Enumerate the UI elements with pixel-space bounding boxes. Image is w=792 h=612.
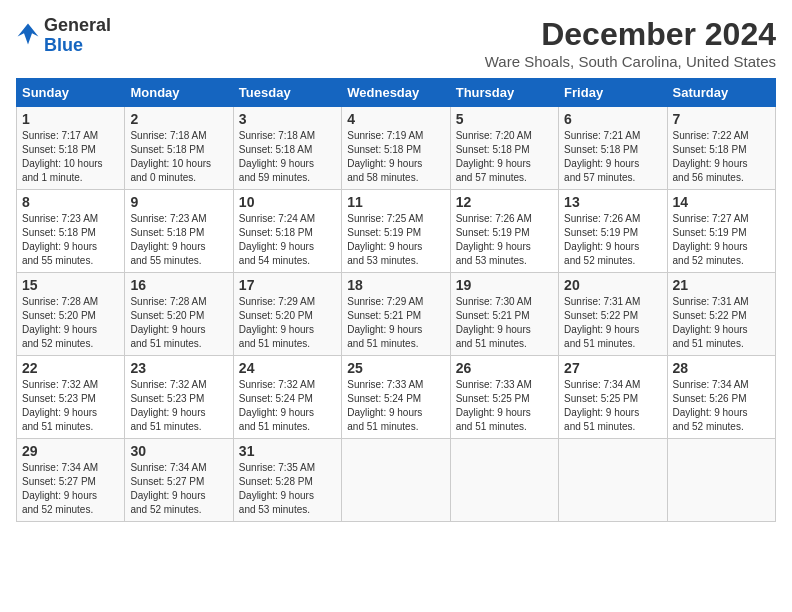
day-info: Sunrise: 7:31 AM Sunset: 5:22 PM Dayligh… [564, 295, 661, 351]
day-info: Sunrise: 7:26 AM Sunset: 5:19 PM Dayligh… [456, 212, 553, 268]
calendar-cell: 7Sunrise: 7:22 AM Sunset: 5:18 PM Daylig… [667, 107, 775, 190]
logo-blue-text: Blue [44, 35, 83, 55]
day-number: 13 [564, 194, 661, 210]
day-number: 23 [130, 360, 227, 376]
month-title: December 2024 [485, 16, 776, 53]
day-number: 20 [564, 277, 661, 293]
day-number: 19 [456, 277, 553, 293]
day-info: Sunrise: 7:34 AM Sunset: 5:25 PM Dayligh… [564, 378, 661, 434]
calendar-cell: 12Sunrise: 7:26 AM Sunset: 5:19 PM Dayli… [450, 190, 558, 273]
day-number: 30 [130, 443, 227, 459]
day-info: Sunrise: 7:19 AM Sunset: 5:18 PM Dayligh… [347, 129, 444, 185]
calendar-table: SundayMondayTuesdayWednesdayThursdayFrid… [16, 78, 776, 522]
weekday-header: Sunday [17, 79, 125, 107]
calendar-cell: 27Sunrise: 7:34 AM Sunset: 5:25 PM Dayli… [559, 356, 667, 439]
day-info: Sunrise: 7:29 AM Sunset: 5:20 PM Dayligh… [239, 295, 336, 351]
day-number: 15 [22, 277, 119, 293]
day-info: Sunrise: 7:18 AM Sunset: 5:18 PM Dayligh… [130, 129, 227, 185]
calendar-cell: 22Sunrise: 7:32 AM Sunset: 5:23 PM Dayli… [17, 356, 125, 439]
day-info: Sunrise: 7:20 AM Sunset: 5:18 PM Dayligh… [456, 129, 553, 185]
calendar-cell: 13Sunrise: 7:26 AM Sunset: 5:19 PM Dayli… [559, 190, 667, 273]
calendar-cell: 28Sunrise: 7:34 AM Sunset: 5:26 PM Dayli… [667, 356, 775, 439]
logo: General Blue [16, 16, 111, 56]
day-info: Sunrise: 7:33 AM Sunset: 5:25 PM Dayligh… [456, 378, 553, 434]
day-number: 11 [347, 194, 444, 210]
day-number: 3 [239, 111, 336, 127]
logo-icon [16, 22, 40, 50]
day-info: Sunrise: 7:27 AM Sunset: 5:19 PM Dayligh… [673, 212, 770, 268]
calendar-cell [342, 439, 450, 522]
day-number: 29 [22, 443, 119, 459]
calendar-cell: 6Sunrise: 7:21 AM Sunset: 5:18 PM Daylig… [559, 107, 667, 190]
title-area: December 2024 Ware Shoals, South Carolin… [485, 16, 776, 70]
day-number: 21 [673, 277, 770, 293]
weekday-header: Thursday [450, 79, 558, 107]
day-number: 14 [673, 194, 770, 210]
calendar-cell: 21Sunrise: 7:31 AM Sunset: 5:22 PM Dayli… [667, 273, 775, 356]
calendar-cell: 11Sunrise: 7:25 AM Sunset: 5:19 PM Dayli… [342, 190, 450, 273]
calendar-cell [450, 439, 558, 522]
day-number: 16 [130, 277, 227, 293]
day-number: 6 [564, 111, 661, 127]
calendar-cell: 9Sunrise: 7:23 AM Sunset: 5:18 PM Daylig… [125, 190, 233, 273]
day-info: Sunrise: 7:28 AM Sunset: 5:20 PM Dayligh… [22, 295, 119, 351]
day-info: Sunrise: 7:18 AM Sunset: 5:18 AM Dayligh… [239, 129, 336, 185]
day-info: Sunrise: 7:32 AM Sunset: 5:23 PM Dayligh… [130, 378, 227, 434]
weekday-header: Monday [125, 79, 233, 107]
calendar-week-row: 29Sunrise: 7:34 AM Sunset: 5:27 PM Dayli… [17, 439, 776, 522]
day-info: Sunrise: 7:29 AM Sunset: 5:21 PM Dayligh… [347, 295, 444, 351]
header: General Blue December 2024 Ware Shoals, … [16, 16, 776, 70]
day-number: 31 [239, 443, 336, 459]
day-info: Sunrise: 7:23 AM Sunset: 5:18 PM Dayligh… [22, 212, 119, 268]
day-number: 27 [564, 360, 661, 376]
calendar-cell: 23Sunrise: 7:32 AM Sunset: 5:23 PM Dayli… [125, 356, 233, 439]
calendar-week-row: 22Sunrise: 7:32 AM Sunset: 5:23 PM Dayli… [17, 356, 776, 439]
day-info: Sunrise: 7:17 AM Sunset: 5:18 PM Dayligh… [22, 129, 119, 185]
calendar-cell: 5Sunrise: 7:20 AM Sunset: 5:18 PM Daylig… [450, 107, 558, 190]
calendar-cell: 25Sunrise: 7:33 AM Sunset: 5:24 PM Dayli… [342, 356, 450, 439]
calendar-cell: 20Sunrise: 7:31 AM Sunset: 5:22 PM Dayli… [559, 273, 667, 356]
day-info: Sunrise: 7:21 AM Sunset: 5:18 PM Dayligh… [564, 129, 661, 185]
day-info: Sunrise: 7:34 AM Sunset: 5:26 PM Dayligh… [673, 378, 770, 434]
day-info: Sunrise: 7:33 AM Sunset: 5:24 PM Dayligh… [347, 378, 444, 434]
calendar-cell: 19Sunrise: 7:30 AM Sunset: 5:21 PM Dayli… [450, 273, 558, 356]
calendar-cell: 2Sunrise: 7:18 AM Sunset: 5:18 PM Daylig… [125, 107, 233, 190]
calendar-cell: 29Sunrise: 7:34 AM Sunset: 5:27 PM Dayli… [17, 439, 125, 522]
calendar-cell: 16Sunrise: 7:28 AM Sunset: 5:20 PM Dayli… [125, 273, 233, 356]
day-info: Sunrise: 7:34 AM Sunset: 5:27 PM Dayligh… [22, 461, 119, 517]
day-info: Sunrise: 7:35 AM Sunset: 5:28 PM Dayligh… [239, 461, 336, 517]
day-number: 9 [130, 194, 227, 210]
calendar-cell: 3Sunrise: 7:18 AM Sunset: 5:18 AM Daylig… [233, 107, 341, 190]
calendar-cell [559, 439, 667, 522]
weekday-header-row: SundayMondayTuesdayWednesdayThursdayFrid… [17, 79, 776, 107]
day-info: Sunrise: 7:30 AM Sunset: 5:21 PM Dayligh… [456, 295, 553, 351]
weekday-header: Tuesday [233, 79, 341, 107]
day-info: Sunrise: 7:34 AM Sunset: 5:27 PM Dayligh… [130, 461, 227, 517]
day-number: 18 [347, 277, 444, 293]
calendar-cell: 18Sunrise: 7:29 AM Sunset: 5:21 PM Dayli… [342, 273, 450, 356]
calendar-cell: 4Sunrise: 7:19 AM Sunset: 5:18 PM Daylig… [342, 107, 450, 190]
weekday-header: Saturday [667, 79, 775, 107]
day-info: Sunrise: 7:24 AM Sunset: 5:18 PM Dayligh… [239, 212, 336, 268]
calendar-cell: 31Sunrise: 7:35 AM Sunset: 5:28 PM Dayli… [233, 439, 341, 522]
day-number: 22 [22, 360, 119, 376]
calendar-week-row: 1Sunrise: 7:17 AM Sunset: 5:18 PM Daylig… [17, 107, 776, 190]
calendar-week-row: 8Sunrise: 7:23 AM Sunset: 5:18 PM Daylig… [17, 190, 776, 273]
day-number: 5 [456, 111, 553, 127]
calendar-cell: 8Sunrise: 7:23 AM Sunset: 5:18 PM Daylig… [17, 190, 125, 273]
day-info: Sunrise: 7:31 AM Sunset: 5:22 PM Dayligh… [673, 295, 770, 351]
day-info: Sunrise: 7:32 AM Sunset: 5:24 PM Dayligh… [239, 378, 336, 434]
day-number: 12 [456, 194, 553, 210]
calendar-cell: 30Sunrise: 7:34 AM Sunset: 5:27 PM Dayli… [125, 439, 233, 522]
day-number: 2 [130, 111, 227, 127]
logo-general-text: General [44, 15, 111, 35]
calendar-cell: 17Sunrise: 7:29 AM Sunset: 5:20 PM Dayli… [233, 273, 341, 356]
day-info: Sunrise: 7:25 AM Sunset: 5:19 PM Dayligh… [347, 212, 444, 268]
day-number: 28 [673, 360, 770, 376]
day-number: 4 [347, 111, 444, 127]
calendar-week-row: 15Sunrise: 7:28 AM Sunset: 5:20 PM Dayli… [17, 273, 776, 356]
day-info: Sunrise: 7:32 AM Sunset: 5:23 PM Dayligh… [22, 378, 119, 434]
svg-marker-0 [18, 23, 39, 44]
weekday-header: Friday [559, 79, 667, 107]
day-info: Sunrise: 7:22 AM Sunset: 5:18 PM Dayligh… [673, 129, 770, 185]
